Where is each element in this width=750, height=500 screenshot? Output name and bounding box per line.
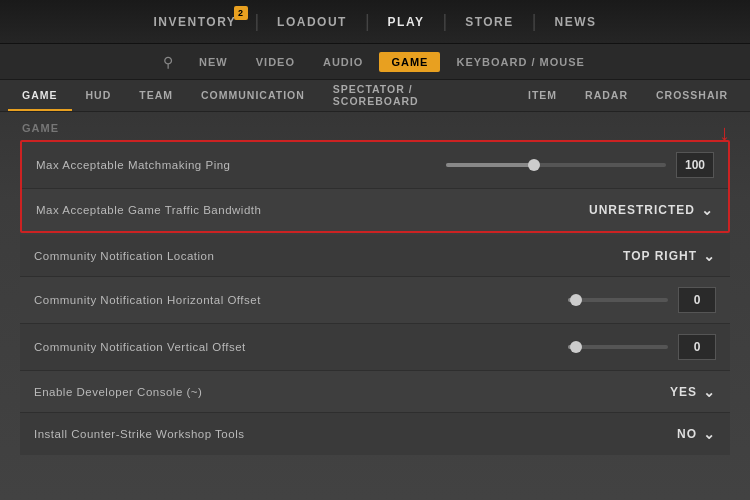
chevron-down-icon: ⌄ xyxy=(701,202,714,218)
section-title: Game xyxy=(20,122,730,134)
settings-content: Game ↓ Max Acceptable Matchmaking Ping 1… xyxy=(0,112,750,465)
top-nav: INVENTORY 2 | LOADOUT | PLAY | STORE | N… xyxy=(0,0,750,44)
tab-crosshair[interactable]: CROSSHAIR xyxy=(642,80,742,111)
developer-console-value: YES xyxy=(670,385,697,399)
subnav-new[interactable]: NEW xyxy=(187,52,240,72)
chevron-down-icon: ⌄ xyxy=(703,248,716,264)
developer-console-control: YES ⌄ xyxy=(670,384,716,400)
nav-inventory[interactable]: INVENTORY 2 xyxy=(136,0,255,43)
notification-vertical-value: 0 xyxy=(678,334,716,360)
subnav-game[interactable]: GAME xyxy=(379,52,440,72)
slider-fill xyxy=(446,163,534,167)
tab-team[interactable]: TEAM xyxy=(125,80,187,111)
workshop-tools-label: Install Counter-Strike Workshop Tools xyxy=(34,428,244,440)
developer-console-dropdown[interactable]: YES ⌄ xyxy=(670,384,716,400)
traffic-bandwidth-control: UNRESTRICTED ⌄ xyxy=(589,202,714,218)
notification-location-label: Community Notification Location xyxy=(34,250,214,262)
workshop-tools-control: NO ⌄ xyxy=(677,426,716,442)
notification-location-value: TOP RIGHT xyxy=(623,249,697,263)
nav-store[interactable]: STORE xyxy=(447,0,532,43)
developer-console-label: Enable Developer Console (~) xyxy=(34,386,202,398)
tab-hud[interactable]: HUD xyxy=(72,80,126,111)
notification-vertical-slider[interactable] xyxy=(568,345,668,349)
highlight-box: Max Acceptable Matchmaking Ping 100 Max … xyxy=(20,140,730,233)
notification-vertical-control: 0 xyxy=(568,334,716,360)
tab-spectator-scoreboard[interactable]: SPECTATOR / SCOREBOARD xyxy=(319,80,514,111)
slider-thumb[interactable] xyxy=(570,341,582,353)
workshop-tools-value: NO xyxy=(677,427,697,441)
second-nav: ⚲ NEW VIDEO AUDIO GAME KEYBOARD / MOUSE xyxy=(0,44,750,80)
subnav-video[interactable]: VIDEO xyxy=(244,52,307,72)
slider-thumb[interactable] xyxy=(528,159,540,171)
nav-news-label: NEWS xyxy=(554,15,596,29)
setting-notification-vertical: Community Notification Vertical Offset 0 xyxy=(20,324,730,371)
workshop-tools-dropdown[interactable]: NO ⌄ xyxy=(677,426,716,442)
chevron-down-icon: ⌄ xyxy=(703,426,716,442)
subnav-keyboard-mouse[interactable]: KEYBOARD / MOUSE xyxy=(444,52,596,72)
notification-horizontal-value: 0 xyxy=(678,287,716,313)
notification-vertical-label: Community Notification Vertical Offset xyxy=(34,341,246,353)
subnav-audio[interactable]: AUDIO xyxy=(311,52,375,72)
matchmaking-ping-control: 100 xyxy=(446,152,714,178)
nav-inventory-label: INVENTORY xyxy=(154,15,237,29)
setting-traffic-bandwidth: Max Acceptable Game Traffic Bandwidth UN… xyxy=(22,189,728,231)
tab-game[interactable]: GAME xyxy=(8,80,72,111)
setting-matchmaking-ping: Max Acceptable Matchmaking Ping 100 xyxy=(22,142,728,189)
nav-store-label: STORE xyxy=(465,15,514,29)
nav-news[interactable]: NEWS xyxy=(536,0,614,43)
matchmaking-ping-slider[interactable] xyxy=(446,163,666,167)
tab-communication[interactable]: COMMUNICATION xyxy=(187,80,319,111)
nav-play[interactable]: PLAY xyxy=(370,0,443,43)
matchmaking-ping-label: Max Acceptable Matchmaking Ping xyxy=(36,159,230,171)
traffic-bandwidth-label: Max Acceptable Game Traffic Bandwidth xyxy=(36,204,261,216)
notification-location-dropdown[interactable]: TOP RIGHT ⌄ xyxy=(623,248,716,264)
nav-loadout-label: LOADOUT xyxy=(277,15,347,29)
slider-thumb[interactable] xyxy=(570,294,582,306)
setting-notification-horizontal: Community Notification Horizontal Offset… xyxy=(20,277,730,324)
tab-item[interactable]: ITEM xyxy=(514,80,571,111)
matchmaking-ping-value: 100 xyxy=(676,152,714,178)
nav-play-label: PLAY xyxy=(388,15,425,29)
plain-settings: Community Notification Location TOP RIGH… xyxy=(20,235,730,455)
notification-horizontal-slider[interactable] xyxy=(568,298,668,302)
notification-location-control: TOP RIGHT ⌄ xyxy=(623,248,716,264)
setting-developer-console: Enable Developer Console (~) YES ⌄ xyxy=(20,371,730,413)
setting-notification-location: Community Notification Location TOP RIGH… xyxy=(20,235,730,277)
tab-nav: GAME HUD TEAM COMMUNICATION SPECTATOR / … xyxy=(0,80,750,112)
notification-horizontal-label: Community Notification Horizontal Offset xyxy=(34,294,261,306)
chevron-down-icon: ⌄ xyxy=(703,384,716,400)
search-icon[interactable]: ⚲ xyxy=(153,54,183,70)
traffic-bandwidth-dropdown[interactable]: UNRESTRICTED ⌄ xyxy=(589,202,714,218)
nav-loadout[interactable]: LOADOUT xyxy=(259,0,365,43)
tab-radar[interactable]: RADAR xyxy=(571,80,642,111)
inventory-badge: 2 xyxy=(234,6,248,20)
traffic-bandwidth-value: UNRESTRICTED xyxy=(589,203,695,217)
notification-horizontal-control: 0 xyxy=(568,287,716,313)
red-arrow-indicator: ↓ xyxy=(719,120,730,146)
setting-workshop-tools: Install Counter-Strike Workshop Tools NO… xyxy=(20,413,730,455)
